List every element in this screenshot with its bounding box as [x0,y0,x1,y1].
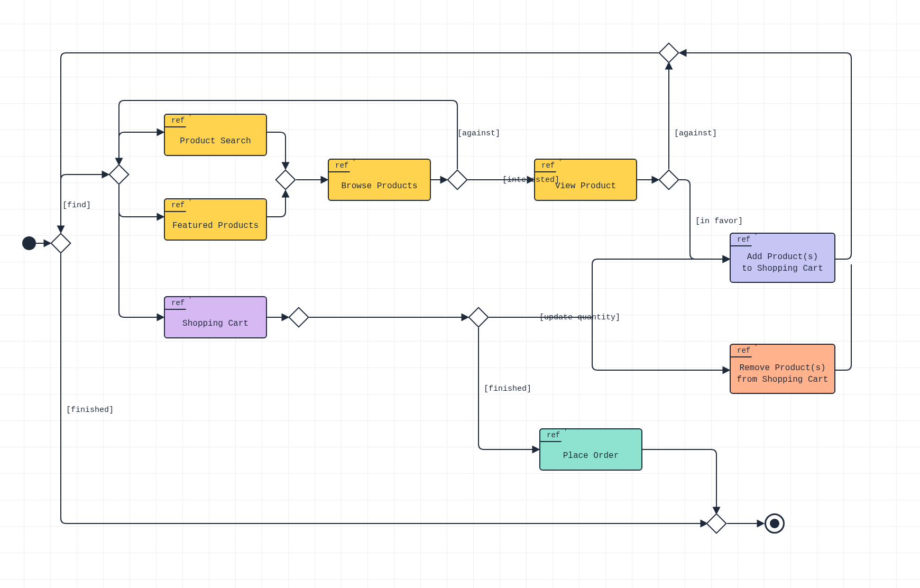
ref-tab: ref [328,159,355,172]
ref-tab: ref [164,114,191,127]
node-product-search: ref Product Search [164,114,267,156]
node-label: Place Order [540,451,641,462]
edge-label-against-right: [against] [674,129,717,138]
node-label: Remove Product(s) from Shopping Cart [731,363,834,385]
edge-label-update-quantity: [update quantity] [539,313,620,322]
node-add-product: ref Add Product(s) to Shopping Cart [730,233,835,283]
ref-tab: ref [730,233,757,246]
edge-label-against-top: [against] [457,129,500,138]
ref-tab: ref [539,428,566,442]
ref-tab: ref [164,296,191,310]
ref-tab: ref [534,159,561,172]
node-label: Shopping Cart [165,318,266,330]
node-label: Add Product(s) to Shopping Cart [731,252,834,274]
node-label: Product Search [165,136,266,148]
node-label: Featured Products [165,221,266,232]
start-node [22,236,36,250]
node-place-order: ref Place Order [539,428,642,471]
edge-label-interested: [interested] [502,176,559,185]
ref-tab: ref [730,344,757,357]
ref-tab: ref [164,198,191,212]
edges-layer [0,0,920,588]
edge-label-find: [find] [62,201,91,210]
node-remove-product: ref Remove Product(s) from Shopping Cart [730,344,835,394]
node-shopping-cart: ref Shopping Cart [164,296,267,338]
node-browse-products: ref Browse Products [328,159,431,201]
end-node [765,513,785,534]
edge-label-in-favor: [in favor] [695,217,743,226]
edge-label-finished-mid: [finished] [484,384,531,393]
edge-label-finished-left: [finished] [66,406,114,415]
node-featured-products: ref Featured Products [164,198,267,241]
node-label: Browse Products [329,181,430,192]
